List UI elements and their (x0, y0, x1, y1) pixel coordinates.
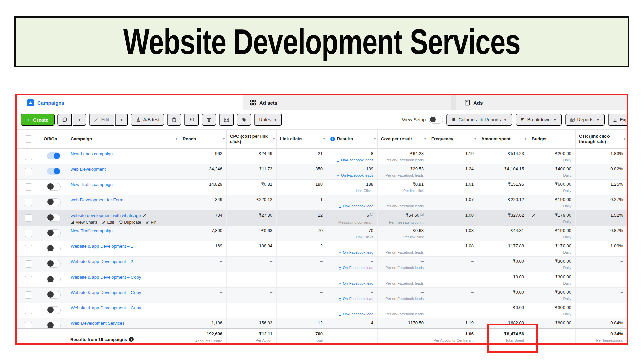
table-row[interactable]: New Traffic campaign14,829₹0.81188188Lin… (17, 180, 627, 195)
result-type-link[interactable]: On-Facebook lead (330, 204, 373, 208)
breakdown-button[interactable]: Breakdown ▼ (516, 114, 562, 126)
duplicate-button[interactable] (57, 114, 72, 126)
campaign-name-link[interactable]: web Development (71, 167, 106, 172)
campaign-name-link[interactable]: New Traffic campaign (71, 228, 113, 233)
row-checkbox[interactable] (25, 276, 32, 283)
table-row[interactable]: New Traffic campaign7,800₹0.637070Link C… (17, 226, 627, 241)
pin-action[interactable]: Pin (146, 220, 156, 225)
clipboard-button[interactable] (167, 114, 181, 126)
campaign-toggle[interactable] (47, 276, 61, 283)
row-checkbox[interactable] (25, 307, 32, 314)
rules-button[interactable]: Rules ▼ (254, 114, 282, 126)
view-setup-toggle[interactable] (429, 116, 443, 124)
campaign-name-link[interactable]: Web Development Services (71, 321, 124, 326)
col-header-amount-spent[interactable]: Amount spent▾ (478, 130, 528, 148)
result-type-link[interactable]: On-Facebook lead (330, 266, 373, 270)
toolbar-right: View Setup Columns: fb Reports ▼ Breakdo… (402, 114, 627, 126)
ab-test-button[interactable]: A/B test (131, 114, 164, 126)
col-header-cost-per-result[interactable]: Cost per result▾ (377, 130, 428, 148)
cell-sublabel: Per on-Facebook leads (381, 312, 424, 316)
col-header-results[interactable]: iResults▾ (327, 130, 377, 148)
col-header-reach[interactable]: Reach▾ (179, 130, 226, 148)
row-checkbox[interactable] (25, 183, 32, 191)
campaign-toggle[interactable] (47, 214, 61, 222)
table-row[interactable]: Web Development Services1,196₹56.83124₹1… (17, 318, 627, 328)
tag-button[interactable] (237, 114, 251, 126)
table-row[interactable]: New Leads campaign962₹24.49218On-Faceboo… (17, 149, 627, 164)
row-checkbox[interactable] (25, 214, 32, 222)
col-header-campaign[interactable]: Campaign▾ (67, 130, 179, 148)
cell-value: ₹8,474.56 (504, 331, 524, 336)
result-type-link[interactable]: On-Facebook leads (330, 173, 373, 177)
row-checkbox[interactable] (25, 199, 32, 206)
table-row[interactable]: website development with whatsappView Ch… (17, 210, 627, 226)
campaign-name-link[interactable]: Website & app Development – 1 (71, 244, 133, 249)
toggle-knob (47, 307, 54, 313)
undo-button[interactable] (184, 114, 199, 126)
export-button[interactable]: Export (608, 114, 628, 126)
cell-value: ₹56.83 (259, 321, 272, 325)
table-row[interactable]: Website & app Development – 2––––On-Face… (17, 257, 627, 272)
campaign-name-link[interactable]: Website & app Development – Copy (71, 305, 141, 310)
edit-dropdown-button[interactable]: ▼ (115, 114, 128, 126)
delete-button[interactable] (202, 114, 216, 126)
campaign-name-link[interactable]: web Development for Form (71, 197, 123, 202)
table-row[interactable]: Website & app Development – Copy––––On-F… (17, 303, 627, 318)
tab-ads[interactable]: Ads (456, 95, 627, 110)
col-header-ctr[interactable]: CTR (link click-through rate)▾ (575, 130, 627, 148)
edit-budget-pencil-icon[interactable] (532, 214, 535, 217)
col-header-cpc[interactable]: CPC (cost per link click)▾ (226, 130, 276, 148)
edit-name-pencil-icon[interactable] (143, 214, 146, 217)
table-row[interactable]: Website & app Development – Copy––––On-F… (17, 288, 627, 303)
campaign-name-link[interactable]: website development with whatsapp (71, 213, 141, 218)
row-checkbox[interactable] (25, 322, 32, 328)
campaign-toggle[interactable] (47, 168, 60, 175)
result-type-link[interactable]: On-Facebook lead (330, 250, 373, 254)
table-row[interactable]: Website & app Development – 1169₹88.942–… (17, 241, 627, 257)
campaign-toggle[interactable] (47, 229, 61, 237)
campaign-toggle[interactable] (47, 198, 61, 206)
duplicate-action[interactable]: Duplicate (119, 220, 141, 225)
col-header-budget[interactable]: Budget (528, 130, 575, 148)
result-type-link[interactable]: On-Facebook lead (330, 312, 373, 316)
col-header-frequency[interactable]: Frequency▾ (428, 130, 478, 148)
row-checkbox[interactable] (25, 153, 32, 160)
table-totals-row: Results from 16 campaignsi192,696Account… (17, 328, 627, 344)
reports-button[interactable]: Reports ▼ (565, 114, 605, 126)
col-header-link-clicks[interactable]: Link clicks▾ (276, 130, 327, 148)
row-checkbox[interactable] (25, 291, 32, 299)
row-checkbox[interactable] (25, 245, 32, 252)
col-header-off-on[interactable]: Off/On (40, 130, 67, 148)
preview-window-button[interactable] (219, 114, 234, 126)
table-row[interactable]: web Development for Form349₹220.121–On-F… (17, 195, 627, 210)
columns-button[interactable]: Columns: fb Reports ▼ (446, 114, 512, 126)
campaign-toggle[interactable] (47, 291, 61, 299)
campaign-toggle[interactable] (47, 152, 60, 159)
result-type-link[interactable]: On-Facebook leads (330, 158, 373, 162)
view-charts-action[interactable]: View Charts (71, 220, 97, 225)
table-row[interactable]: Website & app Development – Copy––––On-F… (17, 272, 627, 288)
table-row[interactable]: web Development34,246₹11.73350139On-Face… (17, 164, 627, 180)
duplicate-dropdown-button[interactable]: ▼ (73, 114, 86, 126)
edit-action[interactable]: Edit (102, 220, 114, 225)
create-button[interactable]: + Create (21, 114, 55, 126)
row-checkbox[interactable] (25, 168, 32, 175)
row-checkbox[interactable] (25, 230, 32, 237)
campaign-name-link[interactable]: New Traffic campaign (71, 182, 113, 187)
tab-ad-sets[interactable]: Ad sets (243, 95, 451, 110)
tab-campaigns[interactable]: Campaigns (17, 95, 243, 110)
campaign-toggle[interactable] (47, 260, 61, 268)
campaign-toggle[interactable] (47, 245, 61, 252)
edit-button[interactable]: Edit (89, 114, 114, 126)
campaign-name-link[interactable]: New Leads campaign (71, 151, 113, 156)
campaign-toggle[interactable] (47, 306, 61, 314)
select-all-checkbox[interactable] (25, 135, 32, 143)
campaign-toggle[interactable] (47, 322, 61, 328)
result-type-link[interactable]: On-Facebook lead (330, 297, 373, 301)
row-checkbox[interactable] (25, 260, 32, 268)
campaign-name-link[interactable]: Website & app Development – Copy (71, 290, 141, 295)
result-type-link[interactable]: On-Facebook lead (330, 281, 373, 285)
campaign-toggle[interactable] (47, 183, 61, 191)
campaign-name-link[interactable]: Website & app Development – Copy (71, 275, 141, 280)
campaign-name-link[interactable]: Website & app Development – 2 (71, 259, 133, 264)
